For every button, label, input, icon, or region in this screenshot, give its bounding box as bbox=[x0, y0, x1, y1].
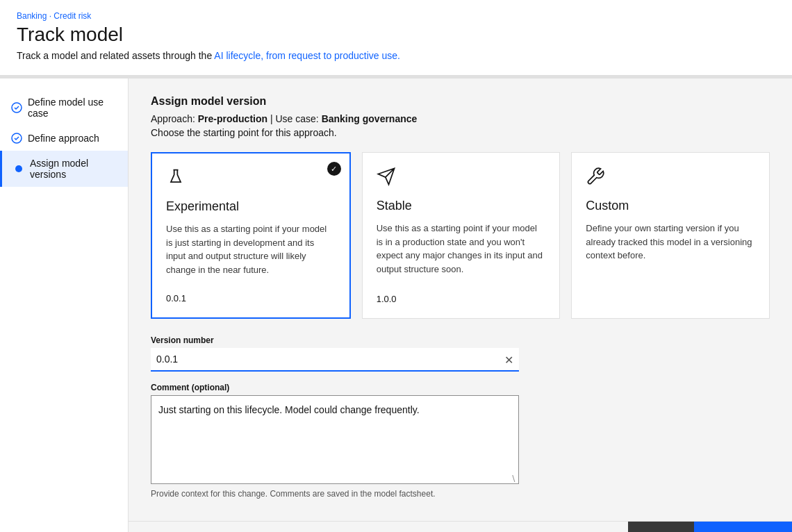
approach-value: Pre-production bbox=[198, 113, 267, 124]
version-number-input[interactable] bbox=[151, 348, 519, 372]
card-custom-title: Custom bbox=[586, 199, 755, 213]
sidebar: Define model use case Define approach As… bbox=[0, 78, 129, 532]
version-number-label: Version number bbox=[151, 335, 519, 345]
card-experimental-title: Experimental bbox=[166, 199, 336, 214]
main-layout: Define model use case Define approach As… bbox=[0, 78, 792, 532]
active-step-icon bbox=[13, 163, 24, 174]
track-model-button[interactable]: Track model bbox=[694, 522, 792, 533]
card-experimental-desc: Use this as a starting point if your mod… bbox=[166, 222, 336, 282]
card-stable-desc: Use this as a starting point if your mod… bbox=[377, 222, 546, 283]
footer-bar: Cancel Back Track model bbox=[129, 521, 792, 532]
card-experimental-version: 0.0.1 bbox=[166, 293, 336, 304]
check-circle-icon bbox=[11, 102, 22, 113]
page-title: Track model bbox=[17, 24, 775, 46]
plane-icon bbox=[377, 167, 546, 190]
usecase-value: Banking governance bbox=[322, 113, 418, 124]
usecase-label: Use case: bbox=[275, 113, 321, 124]
card-selected-check bbox=[327, 162, 341, 176]
svg-point-2 bbox=[15, 165, 22, 172]
card-experimental[interactable]: Experimental Use this as a starting poin… bbox=[151, 152, 351, 319]
choose-text: Choose the starting point for this appro… bbox=[151, 127, 770, 138]
card-stable-version: 1.0.0 bbox=[377, 294, 546, 304]
version-number-input-wrapper: ✕ bbox=[151, 348, 519, 372]
section-title: Assign model version bbox=[151, 95, 770, 108]
sidebar-item-define-approach[interactable]: Define approach bbox=[0, 126, 128, 151]
wrench-icon bbox=[586, 167, 755, 190]
check-circle-icon-2 bbox=[11, 133, 22, 144]
cards-row: Experimental Use this as a starting poin… bbox=[151, 152, 770, 319]
sidebar-item-define-model-use-case[interactable]: Define model use case bbox=[0, 90, 128, 126]
subtitle-link[interactable]: AI lifecycle, from request to productive… bbox=[214, 50, 400, 61]
resize-handle-icon: ∖ bbox=[511, 474, 516, 483]
breadcrumb: Banking · Credit risk bbox=[17, 11, 775, 21]
comment-label: Comment (optional) bbox=[151, 383, 519, 392]
comment-field-group: Comment (optional) Just starting on this… bbox=[151, 383, 519, 499]
subtitle-text: Track a model and related assets through… bbox=[17, 50, 214, 61]
approach-info: Approach: Pre-production | Use case: Ban… bbox=[151, 113, 770, 124]
version-number-field-group: Version number ✕ bbox=[151, 335, 519, 372]
sidebar-item-assign-model-versions[interactable]: Assign model versions bbox=[0, 151, 128, 187]
comment-hint: Provide context for this change. Comment… bbox=[151, 489, 519, 499]
approach-label: Approach: bbox=[151, 113, 198, 124]
sidebar-item-label-2: Define approach bbox=[28, 133, 99, 144]
main-content: Assign model version Approach: Pre-produ… bbox=[129, 78, 792, 521]
comment-textarea[interactable]: Just starting on this lifecycle. Model c… bbox=[151, 395, 519, 484]
page-header: Banking · Credit risk Track model Track … bbox=[0, 0, 792, 76]
card-custom[interactable]: Custom Define your own starting version … bbox=[571, 152, 770, 319]
sidebar-item-label-3: Assign model versions bbox=[30, 158, 117, 180]
comment-area-wrapper: Just starting on this lifecycle. Model c… bbox=[151, 395, 519, 486]
card-stable[interactable]: Stable Use this as a starting point if y… bbox=[362, 152, 561, 319]
card-stable-title: Stable bbox=[377, 199, 546, 213]
card-custom-desc: Define your own starting version if you … bbox=[586, 222, 755, 304]
back-button[interactable]: Back bbox=[628, 522, 694, 533]
page-subtitle: Track a model and related assets through… bbox=[17, 50, 775, 61]
clear-input-icon[interactable]: ✕ bbox=[504, 354, 513, 367]
flask-icon bbox=[166, 167, 336, 191]
sidebar-item-label: Define model use case bbox=[28, 97, 117, 119]
